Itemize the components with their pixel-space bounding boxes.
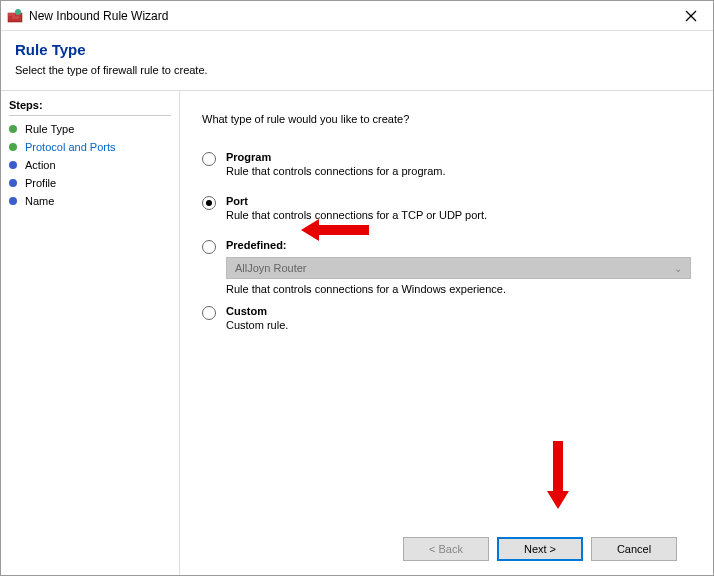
next-button[interactable]: Next >: [497, 537, 583, 561]
svg-rect-4: [12, 16, 19, 19]
radio-port[interactable]: [202, 196, 216, 210]
option-label: Port: [226, 195, 691, 207]
page-header: Rule Type Select the type of firewall ru…: [1, 31, 713, 90]
step-rule-type[interactable]: Rule Type: [9, 120, 179, 138]
step-protocol-and-ports[interactable]: Protocol and Ports: [9, 138, 179, 156]
option-label: Predefined:: [226, 239, 691, 251]
cancel-button[interactable]: Cancel: [591, 537, 677, 561]
predefined-select[interactable]: AllJoyn Router ⌄: [226, 257, 691, 279]
step-label: Name: [25, 195, 54, 207]
option-desc: Rule that controls connections for a TCP…: [226, 209, 691, 221]
option-port[interactable]: Port Rule that controls connections for …: [202, 195, 691, 221]
option-body: Predefined: AllJoyn Router ⌄ Rule that c…: [226, 239, 691, 295]
close-icon: [685, 10, 697, 22]
radio-custom[interactable]: [202, 306, 216, 320]
option-label: Custom: [226, 305, 691, 317]
steps-heading: Steps:: [9, 99, 179, 111]
predefined-select-value: AllJoyn Router: [235, 262, 307, 274]
steps-divider: [9, 115, 171, 116]
back-button: < Back: [403, 537, 489, 561]
option-body: Custom Custom rule.: [226, 305, 691, 331]
step-profile[interactable]: Profile: [9, 174, 179, 192]
chevron-down-icon: ⌄: [674, 263, 682, 274]
bullet-icon: [9, 179, 17, 187]
option-label: Program: [226, 151, 691, 163]
step-label: Rule Type: [25, 123, 74, 135]
close-button[interactable]: [668, 1, 713, 31]
bullet-icon: [9, 197, 17, 205]
option-predefined[interactable]: Predefined: AllJoyn Router ⌄ Rule that c…: [202, 239, 691, 295]
svg-rect-1: [8, 13, 15, 16]
step-action[interactable]: Action: [9, 156, 179, 174]
svg-point-5: [15, 9, 21, 15]
titlebar: New Inbound Rule Wizard: [1, 1, 713, 31]
option-desc: Rule that controls connections for a pro…: [226, 165, 691, 177]
page-subtitle: Select the type of firewall rule to crea…: [15, 64, 699, 76]
page-title: Rule Type: [15, 41, 699, 58]
wizard-footer: < Back Next > Cancel: [202, 525, 691, 575]
bullet-icon: [9, 143, 17, 151]
firewall-icon: [7, 8, 23, 24]
option-custom[interactable]: Custom Custom rule.: [202, 305, 691, 331]
content-pane: What type of rule would you like to crea…: [179, 91, 713, 575]
radio-predefined[interactable]: [202, 240, 216, 254]
question-text: What type of rule would you like to crea…: [202, 113, 691, 125]
option-program[interactable]: Program Rule that controls connections f…: [202, 151, 691, 177]
wizard-body: Steps: Rule Type Protocol and Ports Acti…: [1, 91, 713, 575]
bullet-icon: [9, 161, 17, 169]
steps-sidebar: Steps: Rule Type Protocol and Ports Acti…: [1, 91, 179, 575]
svg-rect-3: [8, 16, 12, 19]
step-name[interactable]: Name: [9, 192, 179, 210]
option-body: Program Rule that controls connections f…: [226, 151, 691, 177]
radio-program[interactable]: [202, 152, 216, 166]
wizard-window: New Inbound Rule Wizard Rule Type Select…: [0, 0, 714, 576]
option-desc: Rule that controls connections for a Win…: [226, 283, 691, 295]
option-desc: Custom rule.: [226, 319, 691, 331]
option-body: Port Rule that controls connections for …: [226, 195, 691, 221]
step-label: Action: [25, 159, 56, 171]
step-label: Protocol and Ports: [25, 141, 116, 153]
step-label: Profile: [25, 177, 56, 189]
bullet-icon: [9, 125, 17, 133]
window-title: New Inbound Rule Wizard: [29, 9, 668, 23]
